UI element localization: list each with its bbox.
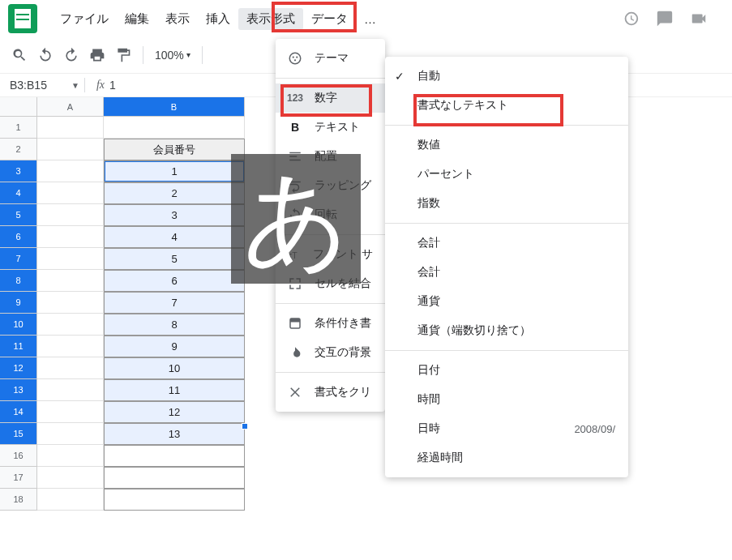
row-header[interactable]: 3 (0, 160, 37, 182)
menu-more[interactable]: … (356, 9, 384, 29)
submenu-percent[interactable]: パーセント (385, 160, 628, 189)
menu-edit[interactable]: 編集 (117, 8, 157, 30)
submenu-duration[interactable]: 経過時間 (385, 443, 628, 472)
cell[interactable]: 8 (104, 314, 245, 336)
cell[interactable] (37, 336, 104, 357)
cell[interactable]: 10 (104, 357, 245, 379)
row-header[interactable]: 8 (0, 270, 37, 292)
row-header[interactable]: 14 (0, 401, 37, 423)
fill-handle[interactable] (242, 423, 248, 430)
submenu-accounting[interactable]: 会計 (385, 229, 628, 258)
cell[interactable] (37, 160, 104, 182)
menu-conditional-format[interactable]: 条件付き書 (276, 309, 385, 338)
row-header[interactable]: 5 (0, 204, 37, 226)
history-icon[interactable] (622, 10, 640, 28)
name-box[interactable]: B3:B15 (6, 77, 71, 93)
row-header[interactable]: 1 (0, 117, 37, 139)
row-header[interactable]: 4 (0, 182, 37, 204)
submenu-currency[interactable]: 通貨 (385, 287, 628, 316)
menubar: ファイル 編集 表示 挿入 表示形式 データ … (0, 0, 732, 39)
cell[interactable] (37, 204, 104, 226)
cell[interactable] (37, 401, 104, 423)
col-header-A[interactable]: A (37, 97, 104, 117)
menu-format[interactable]: 表示形式 (238, 8, 303, 30)
menu-insert[interactable]: 挿入 (198, 8, 238, 30)
select-all-corner[interactable] (0, 97, 37, 117)
comment-icon[interactable] (656, 10, 674, 28)
menu-data[interactable]: データ (303, 8, 356, 30)
row-header[interactable]: 12 (0, 357, 37, 379)
formula-input[interactable]: 1 (109, 79, 116, 92)
number-format-submenu: ✓自動 書式なしテキスト 数値 パーセント 指数 会計 会計 通貨 通貨（端数切… (385, 57, 628, 477)
cell[interactable]: 5 (104, 248, 245, 270)
cell[interactable]: 12 (104, 401, 245, 423)
cell[interactable] (37, 292, 104, 314)
cell[interactable]: 11 (104, 379, 245, 401)
cell[interactable] (37, 314, 104, 336)
toolbar-divider (202, 46, 203, 64)
cell[interactable] (37, 357, 104, 379)
row-header[interactable]: 7 (0, 248, 37, 270)
row-header[interactable]: 15 (0, 423, 37, 445)
row-header[interactable]: 13 (0, 379, 37, 401)
cell[interactable] (104, 117, 245, 139)
cell[interactable] (37, 248, 104, 270)
menu-file[interactable]: ファイル (52, 8, 117, 30)
redo-icon[interactable] (63, 47, 79, 63)
menu-theme[interactable]: テーマ (276, 44, 385, 73)
submenu-plain-text[interactable]: 書式なしテキスト (385, 91, 628, 120)
print-icon[interactable] (89, 47, 105, 63)
menu-number[interactable]: 123数字 (276, 83, 385, 113)
submenu-automatic[interactable]: ✓自動 (385, 62, 628, 91)
cell[interactable]: 13 (104, 423, 245, 445)
row-header[interactable]: 6 (0, 226, 37, 248)
submenu-scientific[interactable]: 指数 (385, 189, 628, 218)
cell[interactable] (37, 117, 104, 139)
cell[interactable] (37, 445, 104, 467)
row-header[interactable]: 17 (0, 467, 37, 489)
cell[interactable]: 2 (104, 182, 245, 204)
submenu-date[interactable]: 日付 (385, 356, 628, 385)
cell[interactable] (37, 467, 104, 489)
cell[interactable] (37, 139, 104, 160)
submenu-financial[interactable]: 会計 (385, 258, 628, 287)
submenu-number[interactable]: 数値 (385, 130, 628, 160)
menu-clear-formatting[interactable]: 書式をクリ (276, 378, 385, 407)
cell[interactable]: 1 (104, 160, 245, 182)
cell[interactable]: 6 (104, 270, 245, 292)
row-header[interactable]: 11 (0, 336, 37, 357)
cell[interactable]: 会員番号 (104, 139, 245, 160)
menu-view[interactable]: 表示 (157, 8, 198, 30)
cell[interactable] (104, 467, 245, 489)
menu-alternating-colors[interactable]: 交互の背景 (276, 338, 385, 367)
row-header[interactable]: 2 (0, 139, 37, 160)
cell[interactable]: 3 (104, 204, 245, 226)
svg-point-3 (294, 59, 296, 61)
submenu-time[interactable]: 時間 (385, 385, 628, 414)
cell[interactable]: 7 (104, 292, 245, 314)
cell[interactable] (37, 489, 104, 511)
cell[interactable]: 9 (104, 336, 245, 357)
submenu-datetime[interactable]: 日時2008/09/ (385, 414, 628, 443)
name-box-caret-icon[interactable]: ▼ (71, 81, 79, 90)
row-header[interactable]: 16 (0, 445, 37, 467)
submenu-currency-rounded[interactable]: 通貨（端数切り捨て） (385, 316, 628, 345)
cell[interactable] (37, 423, 104, 445)
row-header[interactable]: 10 (0, 314, 37, 336)
cell[interactable] (104, 489, 245, 511)
cell[interactable] (37, 379, 104, 401)
zoom-select[interactable]: 100%▾ (155, 49, 190, 62)
cell[interactable]: 4 (104, 226, 245, 248)
undo-icon[interactable] (37, 47, 54, 63)
cell[interactable] (37, 270, 104, 292)
cell[interactable] (104, 445, 245, 467)
row-header[interactable]: 18 (0, 489, 37, 511)
meet-icon[interactable] (690, 10, 708, 28)
cell[interactable] (37, 182, 104, 204)
col-header-B[interactable]: B (104, 97, 245, 117)
paint-format-icon[interactable] (115, 47, 131, 63)
search-icon[interactable] (11, 47, 28, 63)
menu-text[interactable]: Bテキスト (276, 113, 385, 142)
cell[interactable] (37, 226, 104, 248)
row-header[interactable]: 9 (0, 292, 37, 314)
